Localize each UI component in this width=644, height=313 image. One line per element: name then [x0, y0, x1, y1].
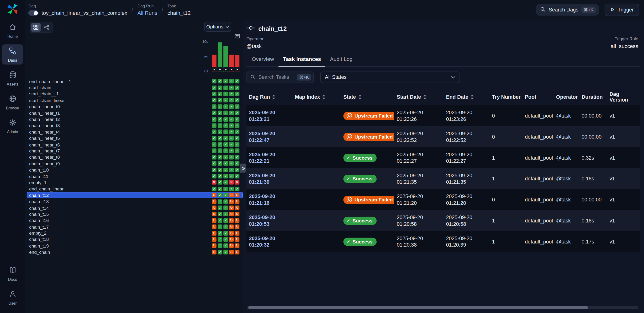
- horizontal-scrollbar[interactable]: [247, 305, 638, 309]
- task-instance-square-success[interactable]: ✓: [218, 104, 222, 109]
- task-instance-square-success[interactable]: ✓: [224, 193, 228, 197]
- task-instance-square-success[interactable]: ✓: [218, 243, 222, 248]
- task-instance-square-success[interactable]: ✓: [212, 123, 216, 128]
- task-row[interactable]: chain_t10✓✓✓✓✓: [27, 167, 243, 173]
- task-instance-square-success[interactable]: ✓: [218, 130, 222, 134]
- tab-task-instances[interactable]: Task Instances: [278, 56, 326, 67]
- task-instance-square-success[interactable]: ✓: [212, 136, 216, 141]
- task-instance-square-success[interactable]: ✓: [218, 136, 222, 141]
- task-instance-square-success[interactable]: ✓: [235, 155, 240, 159]
- task-row[interactable]: chain_t11✓✓✓✓✓: [27, 173, 243, 179]
- task-row[interactable]: chain_linear_t1✓✓✓✓✓: [27, 110, 243, 116]
- task-instance-square-success[interactable]: ✓: [229, 117, 234, 122]
- task-instance-square-success[interactable]: ✓: [218, 98, 222, 103]
- task-row[interactable]: chain_linear_t8✓✓✓✓✓: [27, 154, 243, 160]
- task-instance-square-success[interactable]: ✓: [212, 155, 216, 159]
- dag-pause-toggle[interactable]: [28, 10, 39, 16]
- task-instance-square-success[interactable]: ✓: [229, 136, 234, 141]
- tab-overview[interactable]: Overview: [247, 56, 278, 67]
- task-instance-square-upstream_failed[interactable]: ↻: [212, 231, 216, 235]
- task-instance-square-success[interactable]: ✓: [212, 79, 216, 84]
- task-instance-square-success[interactable]: ✓: [229, 111, 234, 115]
- task-row[interactable]: chain_linear_t5✓✓✓✓✓: [27, 135, 243, 141]
- task-row[interactable]: chain_t12↻✓✓↻↻: [27, 192, 243, 198]
- task-instance-square-success[interactable]: ✓: [224, 123, 228, 128]
- task-instance-square-success[interactable]: ✓: [224, 85, 228, 90]
- task-instance-square-success[interactable]: ✓: [218, 92, 222, 96]
- airflow-logo-icon[interactable]: [7, 3, 18, 15]
- task-instance-square-success[interactable]: ✓: [218, 225, 222, 229]
- column-header-state[interactable]: State: [341, 94, 394, 100]
- task-instance-square-success[interactable]: ✓: [212, 104, 216, 109]
- all-runs-link[interactable]: All Runs: [138, 10, 157, 16]
- task-instance-square-success[interactable]: ✓: [218, 111, 222, 115]
- task-instance-square-upstream_failed[interactable]: ↻: [229, 199, 234, 204]
- task-instance-square-success[interactable]: ✓: [235, 130, 240, 134]
- task-instance-square-upstream_failed[interactable]: ↻: [229, 225, 234, 229]
- task-instance-square-upstream_failed[interactable]: ↻: [229, 237, 234, 242]
- task-row[interactable]: empty_1✕✓✓✕✕: [27, 179, 243, 186]
- task-row[interactable]: end_chain_linear✓✓✓✓✓: [27, 186, 243, 192]
- task-instance-square-success[interactable]: ✓: [218, 180, 222, 185]
- task-instance-square-failed[interactable]: ✕: [212, 180, 216, 185]
- task-instance-square-success[interactable]: ✓: [229, 149, 234, 153]
- search-dags-button[interactable]: Search Dags ⌘+K: [536, 4, 599, 16]
- task-instance-square-upstream_failed[interactable]: ↻: [235, 218, 240, 223]
- task-instance-row[interactable]: 2025-09-2001:21:16↻Upstream Failed2025-0…: [246, 189, 640, 210]
- task-instance-square-success[interactable]: ✓: [224, 161, 228, 166]
- task-row[interactable]: chain_t13↻✓✓↻↻: [27, 198, 243, 204]
- task-instance-square-success[interactable]: ✓: [218, 193, 222, 197]
- task-instance-square-success[interactable]: ✓: [224, 104, 228, 109]
- dag-run-link[interactable]: 2025-09-2001:21:30: [249, 172, 292, 185]
- run-select-button[interactable]: [224, 67, 228, 72]
- task-instance-square-success[interactable]: ✓: [229, 98, 234, 103]
- task-instance-square-success[interactable]: ✓: [218, 85, 222, 90]
- task-instance-square-success[interactable]: ✓: [212, 98, 216, 103]
- column-header-map_index[interactable]: Map Index: [292, 94, 341, 100]
- run-select-button[interactable]: [235, 67, 240, 72]
- task-instance-square-failed[interactable]: ✕: [235, 180, 240, 185]
- task-row[interactable]: chain_t16↻✓✓↻↻: [27, 217, 243, 224]
- task-instance-square-upstream_failed[interactable]: ↻: [212, 250, 216, 254]
- grid-view-button[interactable]: [31, 23, 41, 32]
- options-dropdown[interactable]: Options: [204, 22, 231, 32]
- task-instance-square-success[interactable]: ✓: [235, 123, 240, 128]
- task-instance-row[interactable]: 2025-09-2001:20:32✓Success2025-09-2001:2…: [246, 231, 640, 252]
- task-instance-square-upstream_failed[interactable]: ↻: [235, 237, 240, 242]
- task-row[interactable]: chain_linear_t7✓✓✓✓✓: [27, 148, 243, 154]
- task-instance-square-success[interactable]: ✓: [224, 136, 228, 141]
- task-instance-square-success[interactable]: ✓: [229, 174, 234, 178]
- task-instance-square-success[interactable]: ✓: [224, 155, 228, 159]
- task-instance-square-upstream_failed[interactable]: ↻: [235, 212, 240, 216]
- task-instance-square-success[interactable]: ✓: [224, 174, 228, 178]
- task-instance-square-upstream_failed[interactable]: ↻: [212, 199, 216, 204]
- task-instance-square-success[interactable]: ✓: [235, 85, 240, 90]
- task-row[interactable]: chain_linear_t9✓✓✓✓✓: [27, 160, 243, 167]
- task-search-input[interactable]: [258, 74, 294, 81]
- task-instance-square-upstream_failed[interactable]: ↻: [235, 193, 240, 197]
- task-instance-square-success[interactable]: ✓: [218, 117, 222, 122]
- task-instance-square-success[interactable]: ✓: [235, 111, 240, 115]
- task-instance-square-success[interactable]: ✓: [235, 142, 240, 147]
- run-select-button[interactable]: [218, 67, 222, 72]
- task-instance-square-success[interactable]: ✓: [212, 111, 216, 115]
- task-instance-square-success[interactable]: ✓: [235, 117, 240, 122]
- task-instance-square-success[interactable]: ✓: [212, 187, 216, 191]
- task-instance-square-success[interactable]: ✓: [218, 123, 222, 128]
- task-instance-square-upstream_failed[interactable]: ↻: [229, 218, 234, 223]
- panel-expand-handle[interactable]: [240, 164, 246, 173]
- task-instance-square-success[interactable]: ✓: [229, 187, 234, 191]
- task-instance-square-success[interactable]: ✓: [218, 142, 222, 147]
- task-row[interactable]: chain_t15↻✓✓↻↻: [27, 211, 243, 217]
- task-instance-square-success[interactable]: ✓: [224, 79, 228, 84]
- task-row[interactable]: start_chain✓✓✓✓✓: [27, 84, 243, 91]
- task-row[interactable]: chain_t17↻✓✓↻↻: [27, 224, 243, 230]
- task-instance-square-upstream_failed[interactable]: ↻: [229, 250, 234, 254]
- task-instance-square-success[interactable]: ✓: [218, 161, 222, 166]
- task-row[interactable]: chain_t14↻✓✓↻↻: [27, 205, 243, 211]
- task-name-link[interactable]: chain_t12: [168, 10, 191, 16]
- task-row[interactable]: chain_linear_t2✓✓✓✓✓: [27, 116, 243, 122]
- task-instance-square-success[interactable]: ✓: [218, 218, 222, 223]
- task-instance-square-success[interactable]: ✓: [212, 142, 216, 147]
- task-instance-square-success[interactable]: ✓: [212, 161, 216, 166]
